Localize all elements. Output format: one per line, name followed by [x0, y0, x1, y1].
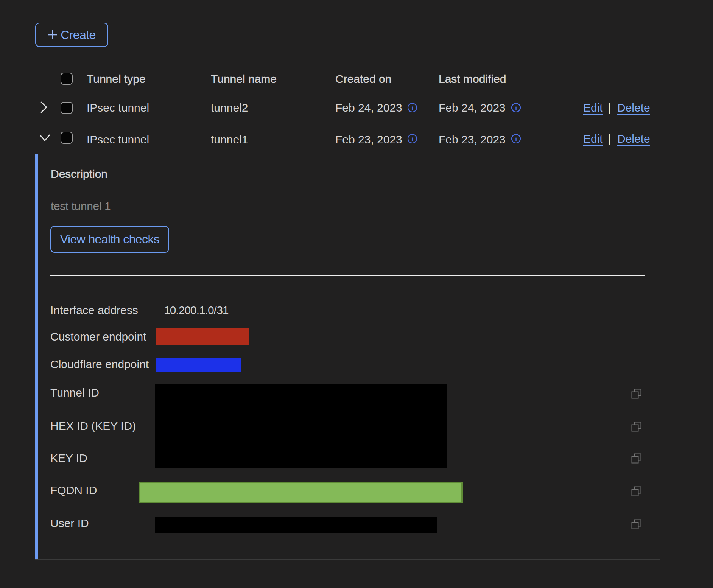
- svg-text:i: i: [411, 104, 413, 112]
- svg-text:i: i: [515, 135, 517, 143]
- svg-text:i: i: [411, 135, 413, 143]
- svg-text:i: i: [515, 104, 517, 112]
